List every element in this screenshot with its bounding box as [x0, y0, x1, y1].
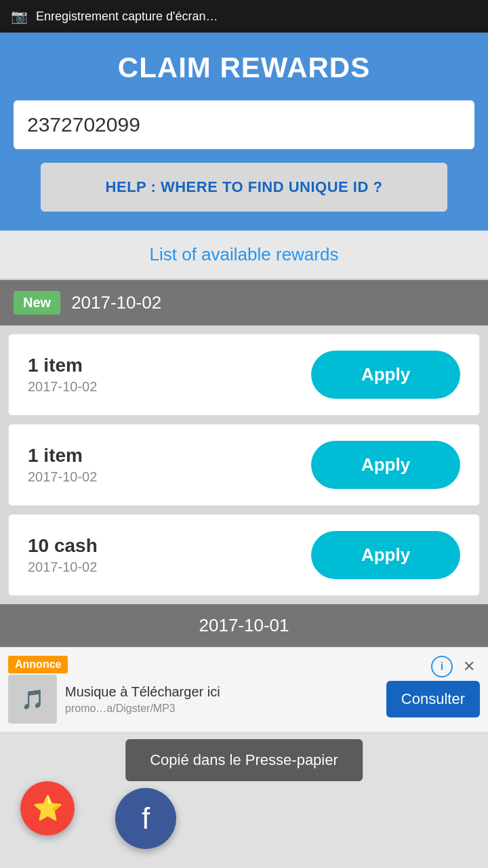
help-button[interactable]: HELP : WHERE TO FIND UNIQUE ID ?	[41, 163, 447, 212]
rewards-list: 1 item 2017-10-02 Apply 1 item 2017-10-0…	[0, 326, 488, 604]
ad-thumbnail: 🎵	[8, 675, 57, 724]
status-bar-text: Enregistrement capture d'écran…	[36, 9, 218, 24]
date-header-1: New 2017-10-02	[0, 280, 488, 326]
new-badge: New	[14, 291, 60, 315]
ad-subtitle: promo…a/Digster/MP3	[65, 703, 296, 715]
reward-date-2: 2017-10-02	[28, 469, 97, 485]
fab-facebook-button[interactable]: f	[115, 788, 176, 849]
reward-info-3: 10 cash 2017-10-02	[28, 535, 98, 575]
reward-card-2: 1 item 2017-10-02 Apply	[8, 424, 480, 506]
date-header-text-2: 2017-10-01	[199, 615, 289, 636]
consulter-button[interactable]: Consulter	[386, 681, 480, 717]
ad-content: Musique à Télécharger ici promo…a/Digste…	[65, 684, 378, 715]
reward-card-3: 10 cash 2017-10-02 Apply	[8, 514, 480, 596]
reward-card-1: 1 item 2017-10-02 Apply	[8, 334, 480, 416]
help-section: HELP : WHERE TO FIND UNIQUE ID ?	[0, 163, 488, 231]
reward-title-1: 1 item	[28, 355, 97, 376]
status-bar: 📷 Enregistrement capture d'écran…	[0, 0, 488, 33]
rewards-link[interactable]: List of available rewards	[150, 244, 339, 264]
reward-title-2: 1 item	[28, 445, 97, 467]
clipboard-toast: Copié dans le Presse-papier	[125, 739, 363, 781]
date-header-2: 2017-10-01	[0, 604, 488, 647]
ad-info-button[interactable]: i	[431, 656, 453, 677]
camera-icon: 📷	[11, 8, 28, 24]
ad-title: Musique à Télécharger ici	[65, 684, 378, 700]
ad-close-button[interactable]: ✕	[458, 656, 480, 677]
reward-info-2: 1 item 2017-10-02	[28, 445, 97, 485]
apply-button-1[interactable]: Apply	[311, 351, 460, 399]
apply-button-2[interactable]: Apply	[311, 441, 460, 489]
ad-label: Annonce	[8, 656, 68, 673]
ad-banner: Annonce i ✕ 🎵 Musique à Télécharger ici …	[0, 647, 488, 732]
reward-title-3: 10 cash	[28, 535, 98, 557]
header: CLAIM REWARDS	[0, 33, 488, 100]
reward-date-1: 2017-10-02	[28, 379, 97, 395]
ad-controls: i ✕	[431, 656, 480, 677]
reward-date-3: 2017-10-02	[28, 559, 98, 575]
page-title: CLAIM REWARDS	[14, 52, 474, 84]
uid-input-section	[0, 100, 488, 163]
rewards-link-section: List of available rewards	[0, 231, 488, 280]
date-header-text-1: 2017-10-02	[71, 292, 161, 313]
fab-star-button[interactable]: ⭐	[20, 781, 75, 835]
apply-button-3[interactable]: Apply	[311, 531, 460, 579]
reward-info-1: 1 item 2017-10-02	[28, 355, 97, 395]
uid-input[interactable]	[14, 100, 474, 149]
